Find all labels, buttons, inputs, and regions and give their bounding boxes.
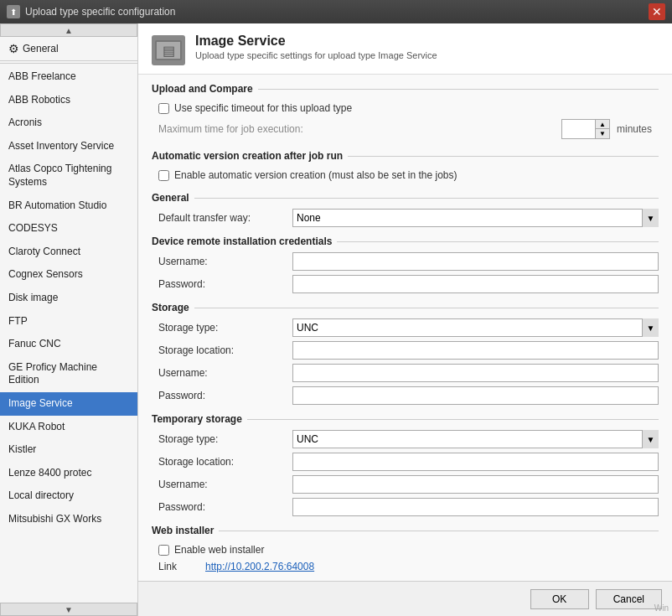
timeout-input-wrapper: 30 ▲ ▼ minutes: [561, 119, 652, 139]
link-value[interactable]: http://10.200.2.76:64008: [205, 561, 314, 572]
service-icon: ▤: [152, 35, 185, 65]
content-body: Upload and Compare Use specific timeout …: [138, 75, 672, 581]
general-section: General Default transfer way: None UNC F…: [152, 192, 659, 227]
sidebar-item-ftp[interactable]: FTP: [0, 310, 137, 334]
close-button[interactable]: ✕: [649, 3, 665, 20]
spinner-buttons: ▲ ▼: [596, 120, 609, 138]
auto-version-section: Automatic version creation after job run…: [152, 150, 659, 184]
sidebar-item-kistler[interactable]: Kistler: [0, 438, 137, 462]
timeout-increment-button[interactable]: ▲: [596, 120, 609, 129]
auto-version-header: Automatic version creation after job run: [152, 150, 659, 162]
sidebar-item-general[interactable]: ⚙ General: [0, 37, 137, 61]
sidebar-item-codesys[interactable]: CODESYS: [0, 217, 137, 241]
gear-icon: ⚙: [8, 42, 19, 55]
footer: OK Cancel Win: [138, 581, 672, 616]
storage-location-input[interactable]: [292, 341, 659, 360]
title-bar-left: ⬆ Upload type specific configuration: [7, 5, 175, 18]
sidebar-scroll-down[interactable]: ▼: [0, 603, 137, 616]
storage-password-input[interactable]: [292, 386, 659, 405]
temp-storage-type-row: Storage type: UNC FTP SFTP ▼: [152, 430, 659, 448]
title-bar: ⬆ Upload type specific configuration ✕: [0, 0, 672, 23]
temp-storage-username-row: Username:: [152, 475, 659, 494]
title-bar-title: Upload type specific configuration: [25, 6, 175, 18]
timeout-value-input[interactable]: 30: [562, 120, 596, 138]
temp-storage-username-input[interactable]: [292, 475, 659, 494]
storage-location-label: Storage location:: [158, 344, 292, 356]
timeout-decrement-button[interactable]: ▼: [596, 129, 609, 138]
sidebar-item-atlas-copco[interactable]: Atlas Copco Tightening Systems: [0, 158, 137, 194]
storage-location-row: Storage location:: [152, 341, 659, 360]
max-time-label: Maximum time for job execution:: [158, 123, 561, 135]
enable-auto-version-checkbox[interactable]: [158, 170, 169, 181]
main-container: ▲ ⚙ General ABB Freelance ABB Robotics A…: [0, 23, 672, 616]
use-specific-timeout-checkbox[interactable]: [158, 103, 169, 114]
device-remote-header: Device remote installation credentials: [152, 236, 659, 247]
enable-auto-version-label: Enable automatic version creation (must …: [174, 169, 457, 181]
temp-storage-location-row: Storage location:: [152, 453, 659, 471]
device-remote-password-row: Password:: [152, 275, 659, 293]
temp-storage-type-select[interactable]: UNC FTP SFTP: [292, 430, 659, 448]
cancel-button[interactable]: Cancel: [596, 589, 662, 609]
general-section-header: General: [152, 192, 659, 204]
sidebar-item-ge-proficy[interactable]: GE Proficy Machine Edition: [0, 356, 137, 392]
max-time-row: Maximum time for job execution: 30 ▲ ▼ m…: [152, 116, 659, 142]
storage-username-row: Username:: [152, 364, 659, 382]
temp-storage-location-label: Storage location:: [158, 456, 292, 468]
web-installer-header: Web installer: [152, 525, 659, 536]
image-icon: ▤: [163, 43, 175, 59]
content-title: Image Service: [195, 34, 437, 49]
storage-type-select-wrapper: UNC FTP SFTP ▼: [292, 318, 659, 337]
storage-type-row: Storage type: UNC FTP SFTP ▼: [152, 318, 659, 337]
content-header-text: Image Service Upload type specific setti…: [195, 34, 437, 60]
sidebar-item-acronis[interactable]: Acronis: [0, 111, 137, 135]
device-remote-username-input[interactable]: [292, 252, 659, 271]
content-area: ▤ Image Service Upload type specific set…: [138, 23, 672, 616]
ok-button[interactable]: OK: [530, 589, 589, 609]
default-transfer-way-select-wrapper: None UNC FTP SFTP ▼: [292, 209, 659, 227]
sidebar-item-abb-freelance[interactable]: ABB Freelance: [0, 65, 137, 89]
sidebar-item-fanuc-cnc[interactable]: Fanuc CNC: [0, 333, 137, 356]
temp-storage-password-row: Password:: [152, 498, 659, 516]
temp-storage-type-label: Storage type:: [158, 433, 292, 445]
enable-web-installer-label: Enable web installer: [174, 544, 264, 556]
enable-auto-version-row: Enable automatic version creation (must …: [152, 167, 659, 184]
minutes-label: minutes: [617, 123, 652, 135]
content-subtitle: Upload type specific settings for upload…: [195, 50, 437, 60]
temp-storage-section: Temporary storage Storage type: UNC FTP …: [152, 413, 659, 516]
storage-type-label: Storage type:: [158, 322, 292, 334]
sidebar-item-claroty-connect[interactable]: Claroty Connect: [0, 241, 137, 264]
storage-username-input[interactable]: [292, 364, 659, 382]
sidebar-item-image-service[interactable]: Image Service: [0, 392, 137, 416]
temp-storage-username-label: Username:: [158, 479, 292, 490]
enable-web-installer-checkbox[interactable]: [158, 545, 169, 556]
sidebar-item-asset-inventory-service[interactable]: Asset Inventory Service: [0, 135, 137, 158]
device-remote-password-input[interactable]: [292, 275, 659, 293]
temp-storage-location-input[interactable]: [292, 453, 659, 471]
temp-storage-password-input[interactable]: [292, 498, 659, 516]
temp-storage-header: Temporary storage: [152, 413, 659, 425]
sidebar-divider: [0, 63, 137, 64]
storage-type-select[interactable]: UNC FTP SFTP: [292, 318, 659, 337]
storage-password-row: Password:: [152, 386, 659, 405]
sidebar: ▲ ⚙ General ABB Freelance ABB Robotics A…: [0, 23, 138, 616]
service-icon-inner: ▤: [155, 40, 182, 60]
sidebar-scroll-up[interactable]: ▲: [0, 23, 137, 37]
sidebar-item-kuka-robot[interactable]: KUKA Robot: [0, 416, 137, 439]
spinner-container: 30 ▲ ▼: [561, 119, 610, 139]
device-remote-username-row: Username:: [152, 252, 659, 271]
default-transfer-way-select[interactable]: None UNC FTP SFTP: [292, 209, 659, 227]
default-transfer-way-row: Default transfer way: None UNC FTP SFTP …: [152, 209, 659, 227]
web-installer-section: Web installer Enable web installer Link …: [152, 525, 659, 575]
sidebar-item-cognex-sensors[interactable]: Cognex Sensors: [0, 263, 137, 287]
storage-section: Storage Storage type: UNC FTP SFTP ▼ Sto…: [152, 302, 659, 405]
content-header: ▤ Image Service Upload type specific set…: [138, 23, 672, 75]
sidebar-item-mitsubishi-gx[interactable]: Mitsubishi GX Works: [0, 508, 137, 531]
sidebar-item-lenze-8400[interactable]: Lenze 8400 protec: [0, 462, 137, 485]
sidebar-item-local-directory[interactable]: Local directory: [0, 484, 137, 508]
sidebar-item-br-automation[interactable]: BR Automation Studio: [0, 194, 137, 218]
upload-compare-header: Upload and Compare: [152, 83, 659, 95]
sidebar-item-disk-image[interactable]: Disk image: [0, 287, 137, 310]
app-icon: ⬆: [7, 5, 20, 18]
enable-web-installer-row: Enable web installer: [152, 541, 659, 558]
sidebar-item-abb-robotics[interactable]: ABB Robotics: [0, 89, 137, 112]
